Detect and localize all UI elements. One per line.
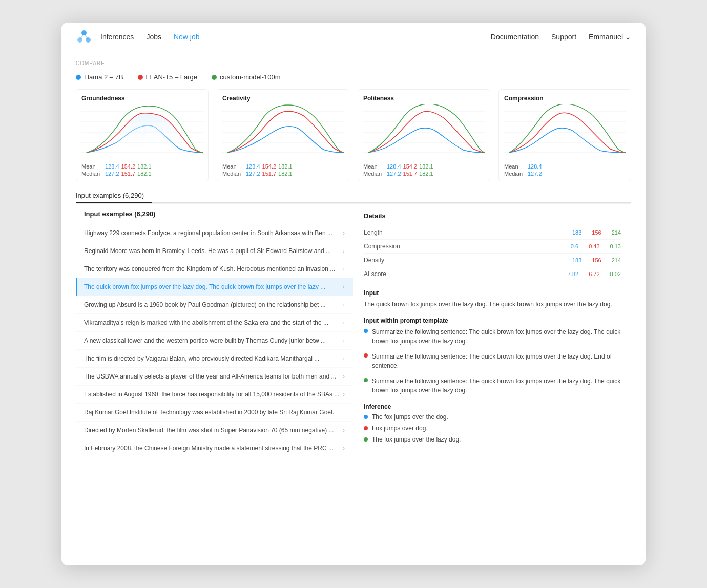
- list-item[interactable]: A new classical tower and the western po…: [76, 332, 353, 350]
- list-item[interactable]: Growing up Absurd is a 1960 book by Paul…: [76, 296, 353, 314]
- inference-item-red: Fox jumps over dog.: [364, 425, 621, 432]
- detail-row-length: Length 183 156 214: [364, 226, 621, 240]
- chart-creativity-title: Creativity: [222, 95, 344, 102]
- detail-row-compression: Compression 0.6 0.43 0.13: [364, 240, 621, 254]
- chart-creativity: Creativity Mean: [217, 89, 349, 181]
- chevron-right-icon: ›: [343, 355, 345, 362]
- list-item[interactable]: The territory was conquered from the Kin…: [76, 260, 353, 278]
- details-section-title: Details: [364, 212, 621, 220]
- prompt-section-label: Input within prompt template: [364, 317, 621, 324]
- chevron-right-icon: ›: [343, 265, 345, 272]
- list-item[interactable]: Established in August 1960, the force ha…: [76, 386, 353, 404]
- prompt-item-blue: Summarize the following sentence: The qu…: [364, 327, 621, 346]
- logo-icon[interactable]: [76, 29, 92, 45]
- chevron-right-icon: ›: [343, 247, 345, 255]
- charts-row: Groundedness: [76, 89, 631, 181]
- nav-jobs[interactable]: Jobs: [146, 33, 161, 41]
- list-item[interactable]: Vikramaditya's reign is marked with the …: [76, 314, 353, 332]
- inference-dot-red: [364, 426, 368, 430]
- detail-row-density: Density 183 156 214: [364, 254, 621, 267]
- list-item[interactable]: The film is directed by Vaigarai Balan, …: [76, 350, 353, 368]
- input-section-label: Input: [364, 289, 621, 297]
- legend-item-flan: FLAN-T5 – Large: [138, 73, 197, 81]
- nav-inferences[interactable]: Inferences: [100, 33, 134, 41]
- chart-groundedness: Groundedness: [76, 89, 209, 181]
- nav-support[interactable]: Support: [551, 33, 576, 41]
- chart-legend: Llama 2 – 7B FLAN-T5 – Large custom-mode…: [76, 73, 631, 81]
- chevron-right-icon: ›: [343, 391, 345, 398]
- prompt-dot-blue: [364, 329, 368, 333]
- prompt-dot-red: [364, 353, 368, 358]
- chevron-right-icon: ›: [343, 445, 345, 452]
- prompt-item-green: Summarize the following sentence: The qu…: [364, 376, 621, 395]
- chevron-right-icon: ›: [343, 337, 345, 344]
- legend-item-custom: custom-model-100m: [212, 73, 281, 81]
- inference-dot-blue: [364, 415, 368, 419]
- chart-groundedness-title: Groundedness: [81, 95, 203, 102]
- split-pane: Input examples (6,290) Highway 229 conne…: [76, 203, 631, 457]
- list-item[interactable]: In February 2008, the Chinese Foreign Mi…: [76, 439, 353, 457]
- list-item[interactable]: The USBWA annually selects a player of t…: [76, 368, 353, 386]
- left-panel-header: Input examples (6,290): [76, 204, 353, 224]
- prompt-dot-green: [364, 378, 368, 382]
- list-item[interactable]: Raj Kumar Goel Institute of Technology w…: [76, 404, 353, 422]
- input-text: The quick brown fox jumps over the lazy …: [364, 300, 621, 309]
- chevron-down-icon: ⌄: [625, 33, 631, 41]
- chevron-right-icon: ›: [343, 283, 345, 290]
- list-item[interactable]: Highway 229 connects Fordyce, a regional…: [76, 224, 353, 242]
- chevron-right-icon: ›: [343, 427, 345, 434]
- tabs-row: Input examples (6,290): [76, 187, 631, 203]
- legend-item-llama: Llama 2 – 7B: [76, 73, 123, 81]
- chart-politeness-title: Politeness: [363, 95, 485, 102]
- chevron-right-icon: ›: [343, 319, 345, 326]
- right-panel: Details Length 183 156 214 Compression 0…: [354, 204, 631, 457]
- prompt-item-red: Summarize the following sentence: The qu…: [364, 352, 621, 370]
- legend-dot-custom: [212, 75, 217, 80]
- inference-item-green: The fox jumps over the lazy dog.: [364, 436, 621, 443]
- compare-label: COMPARE: [76, 60, 631, 66]
- nav-user-menu[interactable]: Emmanuel ⌄: [589, 33, 631, 41]
- list-item[interactable]: Directed by Morten Skallerud, the film w…: [76, 422, 353, 439]
- chart-compression-title: Compression: [504, 95, 626, 102]
- chevron-right-icon: ›: [343, 373, 345, 380]
- inference-section-label: Inference: [364, 403, 621, 410]
- left-panel: Input examples (6,290) Highway 229 conne…: [76, 204, 354, 457]
- nav-new-job[interactable]: New job: [174, 33, 200, 41]
- chart-compression: Compression Mean: [498, 89, 631, 181]
- legend-dot-flan: [138, 75, 143, 80]
- inference-item-blue: The fox jumps over the dog.: [364, 413, 621, 421]
- legend-dot-llama: [76, 75, 81, 80]
- tab-input-examples[interactable]: Input examples (6,290): [76, 187, 152, 203]
- chevron-right-icon: ›: [343, 301, 345, 308]
- nav-bar: Inferences Jobs New job Documentation Su…: [61, 23, 646, 51]
- list-item[interactable]: Reginald Moore was born in Bramley, Leed…: [76, 242, 353, 260]
- list-item-selected[interactable]: The quick brown fox jumps over the lazy …: [76, 278, 353, 296]
- detail-row-ai-score: AI score 7.82 6.72 8.02: [364, 267, 621, 281]
- chevron-right-icon: ›: [343, 229, 345, 237]
- chart-politeness: Politeness Mean: [358, 89, 490, 181]
- nav-documentation[interactable]: Documentation: [491, 33, 539, 41]
- inference-dot-green: [364, 437, 368, 442]
